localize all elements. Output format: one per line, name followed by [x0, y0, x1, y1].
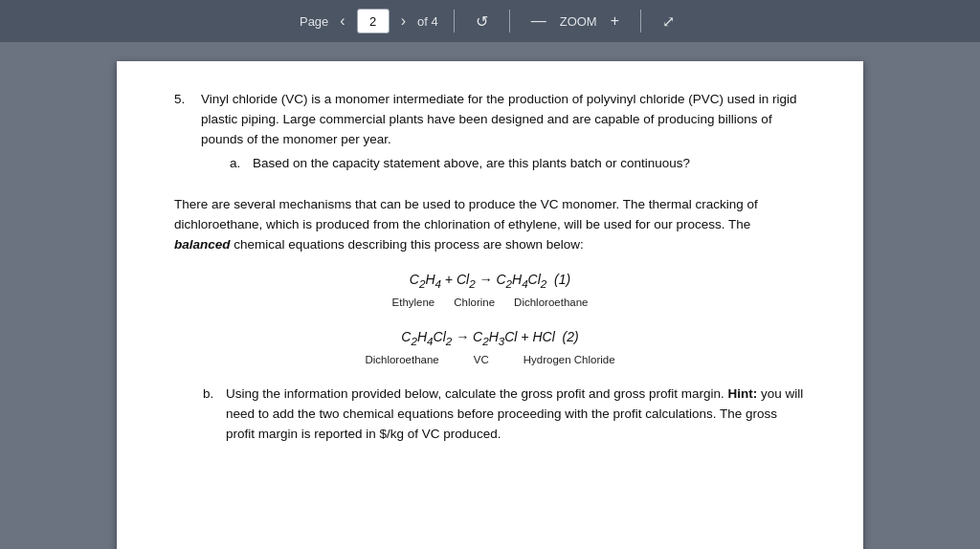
toolbar: Page ‹ › of 4 ↺ — ZOOM + ⤢ — [0, 0, 980, 42]
sub-question-a: a. Based on the capacity statement above… — [230, 154, 806, 174]
zoom-out-button[interactable]: — — [525, 11, 552, 32]
chem-eq-1-text: C2H4 + Cl2 → C2H4Cl2 (1) — [410, 272, 570, 287]
chem-eq-1-labels: Ethylene Chlorine Dichloroethane — [174, 295, 806, 312]
chem-eq-1-label-dichloroethane: Dichloroethane — [514, 295, 588, 312]
chem-eq-2-text: C2H4Cl2 → C2H3Cl + HCl (2) — [401, 329, 578, 344]
chem-equation-2-block: C2H4Cl2 → C2H3Cl + HCl (2) Dichloroethan… — [174, 327, 806, 369]
sub-a-text: Based on the capacity statement above, a… — [253, 154, 690, 174]
page-document: 5. Vinyl chloride (VC) is a monomer inte… — [117, 61, 863, 549]
doc-content: 5. Vinyl chloride (VC) is a monomer inte… — [174, 90, 806, 445]
zoom-label: ZOOM — [560, 14, 597, 29]
chem-eq-2: C2H4Cl2 → C2H3Cl + HCl (2) — [174, 327, 806, 350]
question-5-text: Vinyl chloride (VC) is a monomer interme… — [201, 90, 806, 174]
divider-1 — [454, 10, 455, 33]
chem-eq-2-label-hcl: Hydrogen Chloride — [523, 352, 615, 369]
chem-eq-1: C2H4 + Cl2 → C2H4Cl2 (1) — [174, 270, 806, 293]
refresh-button[interactable]: ↺ — [470, 11, 494, 33]
question-5-number: 5. — [174, 90, 193, 174]
viewer-area: 5. Vinyl chloride (VC) is a monomer inte… — [0, 42, 980, 549]
divider-2 — [509, 10, 510, 33]
zoom-in-button[interactable]: + — [605, 11, 625, 32]
chem-eq-2-label-vc: VC — [474, 352, 489, 369]
prev-page-button[interactable]: ‹ — [334, 11, 350, 32]
question-5-body: Vinyl chloride (VC) is a monomer interme… — [201, 92, 797, 146]
page-number-input[interactable] — [357, 9, 390, 33]
paragraph-text-1: There are several mechanisms that can be… — [174, 197, 758, 231]
paragraph-text-2: chemical equations describing this proce… — [231, 237, 584, 252]
page-of-total: of 4 — [417, 14, 438, 29]
chem-equation-1-block: C2H4 + Cl2 → C2H4Cl2 (1) Ethylene Chlori… — [174, 270, 806, 312]
chem-eq-2-label-dichloroethane: Dichloroethane — [365, 352, 438, 369]
paragraph-bold-italic: balanced — [174, 237, 231, 252]
chem-eq-2-labels: Dichloroethane VC Hydrogen Chloride — [174, 352, 806, 369]
chem-eq-1-label-ethylene: Ethylene — [392, 295, 435, 312]
sub-b-hint-label: Hint: — [728, 386, 758, 401]
question-5-block: 5. Vinyl chloride (VC) is a monomer inte… — [174, 90, 806, 174]
sub-a-letter: a. — [230, 154, 247, 174]
paragraph-block: There are several mechanisms that can be… — [174, 195, 806, 255]
next-page-button[interactable]: › — [395, 11, 412, 32]
page-label: Page — [300, 14, 328, 29]
divider-3 — [640, 10, 641, 33]
page-navigation: Page ‹ › of 4 — [300, 9, 438, 33]
fullscreen-button[interactable]: ⤢ — [657, 11, 680, 33]
sub-b-letter: b. — [203, 384, 220, 445]
sub-b-text: Using the information provided below, ca… — [226, 386, 728, 401]
chem-eq-1-label-chlorine: Chlorine — [454, 295, 495, 312]
sub-b-text-block: Using the information provided below, ca… — [226, 384, 806, 445]
sub-question-b: b. Using the information provided below,… — [203, 384, 806, 445]
